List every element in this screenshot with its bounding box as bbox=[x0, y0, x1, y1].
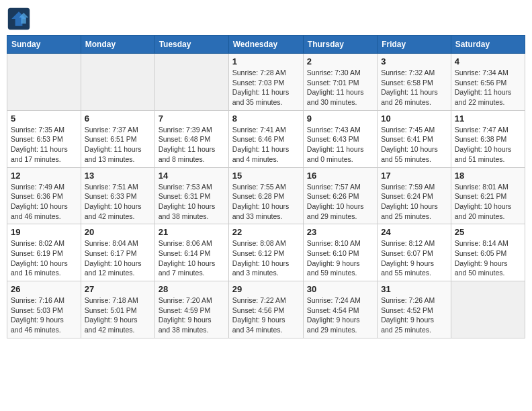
calendar-cell bbox=[7, 54, 81, 111]
day-number: 20 bbox=[85, 227, 151, 237]
day-number: 30 bbox=[307, 284, 373, 294]
calendar-cell: 17Sunrise: 7:59 AM Sunset: 6:24 PM Dayli… bbox=[378, 167, 451, 224]
calendar-cell: 15Sunrise: 7:55 AM Sunset: 6:28 PM Dayli… bbox=[228, 167, 303, 224]
calendar-cell: 1Sunrise: 7:28 AM Sunset: 7:03 PM Daylig… bbox=[228, 54, 303, 111]
calendar-cell: 3Sunrise: 7:32 AM Sunset: 6:58 PM Daylig… bbox=[378, 54, 451, 111]
day-number: 9 bbox=[307, 113, 373, 124]
day-info: Sunrise: 7:49 AM Sunset: 6:36 PM Dayligh… bbox=[11, 182, 77, 222]
day-number: 1 bbox=[232, 56, 300, 66]
day-number: 11 bbox=[455, 113, 521, 124]
day-number: 12 bbox=[11, 171, 77, 181]
calendar-table: SundayMondayTuesdayWednesdayThursdayFrid… bbox=[7, 35, 525, 338]
day-headers-row: SundayMondayTuesdayWednesdayThursdayFrid… bbox=[7, 36, 525, 54]
day-info: Sunrise: 7:55 AM Sunset: 6:28 PM Dayligh… bbox=[232, 182, 300, 222]
day-number: 17 bbox=[381, 171, 447, 181]
day-info: Sunrise: 8:14 AM Sunset: 6:05 PM Dayligh… bbox=[455, 238, 521, 278]
day-header-monday: Monday bbox=[81, 36, 154, 54]
day-info: Sunrise: 7:51 AM Sunset: 6:33 PM Dayligh… bbox=[85, 182, 151, 222]
calendar-cell: 28Sunrise: 7:20 AM Sunset: 4:59 PM Dayli… bbox=[154, 281, 228, 338]
day-number: 5 bbox=[11, 113, 77, 124]
day-number: 22 bbox=[232, 227, 300, 237]
day-number: 19 bbox=[11, 227, 77, 237]
calendar-cell: 11Sunrise: 7:47 AM Sunset: 6:38 PM Dayli… bbox=[451, 110, 525, 167]
day-number: 15 bbox=[232, 171, 300, 181]
calendar-cell: 9Sunrise: 7:43 AM Sunset: 6:43 PM Daylig… bbox=[303, 110, 377, 167]
day-info: Sunrise: 7:26 AM Sunset: 4:52 PM Dayligh… bbox=[381, 295, 447, 335]
calendar-cell: 16Sunrise: 7:57 AM Sunset: 6:26 PM Dayli… bbox=[303, 167, 377, 224]
day-info: Sunrise: 8:02 AM Sunset: 6:19 PM Dayligh… bbox=[11, 238, 77, 278]
calendar-week-2: 5Sunrise: 7:35 AM Sunset: 6:53 PM Daylig… bbox=[7, 110, 525, 167]
page-header bbox=[7, 7, 525, 31]
calendar-cell: 25Sunrise: 8:14 AM Sunset: 6:05 PM Dayli… bbox=[451, 224, 525, 281]
day-number: 14 bbox=[159, 171, 225, 181]
calendar-cell bbox=[154, 54, 228, 111]
day-number: 3 bbox=[381, 56, 447, 66]
day-number: 6 bbox=[85, 113, 151, 124]
calendar-cell: 6Sunrise: 7:37 AM Sunset: 6:51 PM Daylig… bbox=[81, 110, 154, 167]
calendar-cell: 13Sunrise: 7:51 AM Sunset: 6:33 PM Dayli… bbox=[81, 167, 154, 224]
day-number: 2 bbox=[307, 56, 373, 66]
day-number: 24 bbox=[381, 227, 447, 237]
day-header-friday: Friday bbox=[378, 36, 451, 54]
day-info: Sunrise: 8:08 AM Sunset: 6:12 PM Dayligh… bbox=[232, 238, 300, 278]
day-number: 7 bbox=[159, 113, 225, 124]
day-header-thursday: Thursday bbox=[303, 36, 377, 54]
calendar-cell: 18Sunrise: 8:01 AM Sunset: 6:21 PM Dayli… bbox=[451, 167, 525, 224]
day-info: Sunrise: 7:59 AM Sunset: 6:24 PM Dayligh… bbox=[381, 182, 447, 222]
day-info: Sunrise: 8:12 AM Sunset: 6:07 PM Dayligh… bbox=[381, 238, 447, 278]
calendar-cell: 24Sunrise: 8:12 AM Sunset: 6:07 PM Dayli… bbox=[378, 224, 451, 281]
logo-icon bbox=[7, 7, 31, 31]
day-number: 26 bbox=[11, 284, 77, 294]
day-number: 18 bbox=[455, 171, 521, 181]
calendar-body: 1Sunrise: 7:28 AM Sunset: 7:03 PM Daylig… bbox=[7, 54, 525, 338]
day-info: Sunrise: 7:16 AM Sunset: 5:03 PM Dayligh… bbox=[11, 295, 77, 335]
calendar-cell bbox=[81, 54, 154, 111]
day-number: 4 bbox=[455, 56, 521, 66]
calendar-cell: 4Sunrise: 7:34 AM Sunset: 6:56 PM Daylig… bbox=[451, 54, 525, 111]
day-number: 13 bbox=[85, 171, 151, 181]
calendar-week-3: 12Sunrise: 7:49 AM Sunset: 6:36 PM Dayli… bbox=[7, 167, 525, 224]
calendar-cell: 7Sunrise: 7:39 AM Sunset: 6:48 PM Daylig… bbox=[154, 110, 228, 167]
day-header-sunday: Sunday bbox=[7, 36, 81, 54]
calendar-week-4: 19Sunrise: 8:02 AM Sunset: 6:19 PM Dayli… bbox=[7, 224, 525, 281]
calendar-cell: 12Sunrise: 7:49 AM Sunset: 6:36 PM Dayli… bbox=[7, 167, 81, 224]
day-info: Sunrise: 7:47 AM Sunset: 6:38 PM Dayligh… bbox=[455, 125, 521, 165]
calendar-cell: 29Sunrise: 7:22 AM Sunset: 4:56 PM Dayli… bbox=[228, 281, 303, 338]
day-number: 29 bbox=[232, 284, 300, 294]
day-info: Sunrise: 7:57 AM Sunset: 6:26 PM Dayligh… bbox=[307, 182, 373, 222]
day-info: Sunrise: 7:20 AM Sunset: 4:59 PM Dayligh… bbox=[159, 295, 225, 335]
day-number: 8 bbox=[232, 113, 300, 124]
calendar-cell: 8Sunrise: 7:41 AM Sunset: 6:46 PM Daylig… bbox=[228, 110, 303, 167]
day-info: Sunrise: 7:28 AM Sunset: 7:03 PM Dayligh… bbox=[232, 68, 300, 107]
day-number: 31 bbox=[381, 284, 447, 294]
day-info: Sunrise: 7:53 AM Sunset: 6:31 PM Dayligh… bbox=[159, 182, 225, 222]
day-number: 16 bbox=[307, 171, 373, 181]
day-info: Sunrise: 7:30 AM Sunset: 7:01 PM Dayligh… bbox=[307, 68, 373, 107]
calendar-cell: 19Sunrise: 8:02 AM Sunset: 6:19 PM Dayli… bbox=[7, 224, 81, 281]
day-info: Sunrise: 7:41 AM Sunset: 6:46 PM Dayligh… bbox=[232, 125, 300, 165]
calendar-cell: 10Sunrise: 7:45 AM Sunset: 6:41 PM Dayli… bbox=[378, 110, 451, 167]
day-info: Sunrise: 7:39 AM Sunset: 6:48 PM Dayligh… bbox=[159, 125, 225, 165]
day-info: Sunrise: 8:01 AM Sunset: 6:21 PM Dayligh… bbox=[455, 182, 521, 222]
day-info: Sunrise: 7:43 AM Sunset: 6:43 PM Dayligh… bbox=[307, 125, 373, 165]
day-info: Sunrise: 7:32 AM Sunset: 6:58 PM Dayligh… bbox=[381, 68, 447, 107]
calendar-cell: 23Sunrise: 8:10 AM Sunset: 6:10 PM Dayli… bbox=[303, 224, 377, 281]
calendar-cell: 5Sunrise: 7:35 AM Sunset: 6:53 PM Daylig… bbox=[7, 110, 81, 167]
day-info: Sunrise: 7:35 AM Sunset: 6:53 PM Dayligh… bbox=[11, 125, 77, 165]
day-number: 21 bbox=[159, 227, 225, 237]
day-number: 25 bbox=[455, 227, 521, 237]
day-info: Sunrise: 7:37 AM Sunset: 6:51 PM Dayligh… bbox=[85, 125, 151, 165]
calendar-cell: 14Sunrise: 7:53 AM Sunset: 6:31 PM Dayli… bbox=[154, 167, 228, 224]
day-header-wednesday: Wednesday bbox=[228, 36, 303, 54]
day-info: Sunrise: 8:04 AM Sunset: 6:17 PM Dayligh… bbox=[85, 238, 151, 278]
day-info: Sunrise: 7:24 AM Sunset: 4:54 PM Dayligh… bbox=[307, 295, 373, 335]
day-info: Sunrise: 7:34 AM Sunset: 6:56 PM Dayligh… bbox=[455, 68, 521, 107]
calendar-cell: 27Sunrise: 7:18 AM Sunset: 5:01 PM Dayli… bbox=[81, 281, 154, 338]
day-info: Sunrise: 7:22 AM Sunset: 4:56 PM Dayligh… bbox=[232, 295, 300, 335]
logo bbox=[7, 7, 34, 31]
day-number: 28 bbox=[159, 284, 225, 294]
calendar-cell: 22Sunrise: 8:08 AM Sunset: 6:12 PM Dayli… bbox=[228, 224, 303, 281]
day-info: Sunrise: 7:18 AM Sunset: 5:01 PM Dayligh… bbox=[85, 295, 151, 335]
calendar-cell: 20Sunrise: 8:04 AM Sunset: 6:17 PM Dayli… bbox=[81, 224, 154, 281]
day-info: Sunrise: 8:06 AM Sunset: 6:14 PM Dayligh… bbox=[159, 238, 225, 278]
